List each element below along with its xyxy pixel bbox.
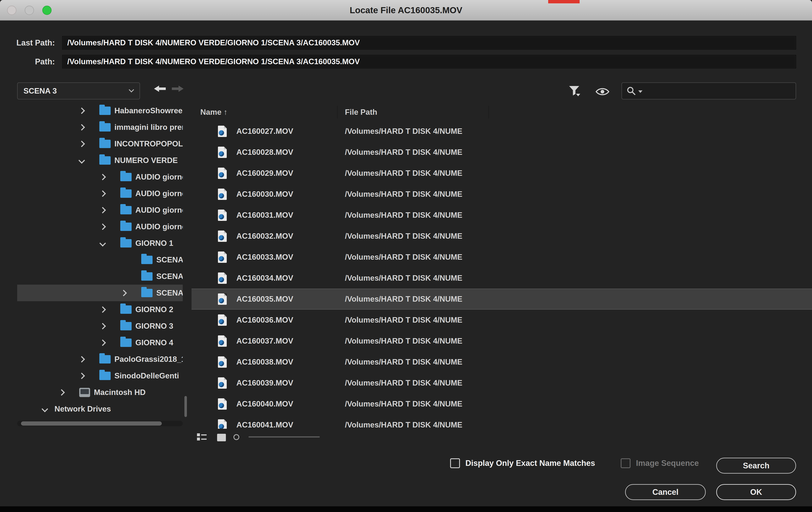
preview-eye-icon[interactable] [596,87,609,97]
file-row[interactable]: AC160038.MOV /Volumes/HARD T DISK 4/NUME [192,352,812,373]
file-row[interactable]: AC160040.MOV /Volumes/HARD T DISK 4/NUME [192,394,812,414]
movie-file-icon [218,377,227,389]
tree-horizontal-scrollbar-thumb[interactable] [21,422,162,426]
chevron-right-icon[interactable] [99,174,106,180]
chevron-right-icon[interactable] [99,306,106,313]
file-name: AC160034.MOV [236,274,345,282]
ok-button[interactable]: OK [716,484,796,500]
tree-item-scena-2[interactable]: SCENA 2 [17,268,183,285]
back-button[interactable] [154,86,166,92]
file-row-selected[interactable]: AC160035.MOV /Volumes/HARD T DISK 4/NUME [192,289,812,309]
tree-item-scena-3[interactable]: SCENA 3 [17,285,183,301]
path-label: Path: [0,55,55,69]
tree-item-giorno-2[interactable]: GIORNO 2 [17,301,183,318]
chevron-right-icon[interactable] [99,340,106,346]
folder-dropdown[interactable]: SCENA 3 [17,82,140,100]
tree-item-giorno-1[interactable]: GIORNO 1 [17,235,183,251]
tree-item-label: AUDIO giorno [135,206,183,215]
file-row[interactable]: AC160030.MOV /Volumes/HARD T DISK 4/NUME [192,184,812,205]
cancel-button[interactable]: Cancel [625,484,706,500]
movie-file-icon [218,126,227,137]
path-field[interactable]: /Volumes/HARD T DISK 4/NUMERO VERDE/GIOR… [62,55,796,69]
zoom-slider-knob[interactable] [233,434,239,440]
exact-match-checkbox-row[interactable]: Display Only Exact Name Matches [450,457,595,469]
folder-icon [141,256,152,264]
tree-item-giorno-3[interactable]: GIORNO 3 [17,318,183,334]
thumbnail-view-button[interactable] [217,433,226,442]
chevron-right-icon[interactable] [99,190,106,197]
chevron-right-icon[interactable] [78,107,85,114]
tree-item-incontropopoli[interactable]: INCONTROPOPOLI [17,135,183,152]
chevron-right-icon[interactable] [58,389,65,396]
search-input[interactable] [621,82,796,100]
tree-item-sinododellegenti[interactable]: SinodoDelleGenti [17,368,183,384]
file-path: /Volumes/HARD T DISK 4/NUME [345,190,462,199]
list-view-button[interactable] [197,432,207,442]
chevron-right-icon[interactable] [78,140,85,147]
file-row[interactable]: AC160037.MOV /Volumes/HARD T DISK 4/NUME [192,330,812,352]
tree-item-audio-giorno-1[interactable]: AUDIO giorno [17,169,183,185]
tree-item-audio-giorno-2[interactable]: AUDIO giorno [17,185,183,202]
file-row[interactable]: AC160039.MOV /Volumes/HARD T DISK 4/NUME [192,373,812,394]
chevron-right-icon[interactable] [78,373,85,379]
file-name: AC160030.MOV [236,190,345,199]
folder-icon [141,272,152,281]
file-row[interactable]: AC160031.MOV /Volumes/HARD T DISK 4/NUME [192,205,812,226]
file-row[interactable]: AC160034.MOV /Volumes/HARD T DISK 4/NUME [192,268,812,289]
image-sequence-checkbox[interactable] [621,458,631,468]
forward-button[interactable] [171,86,183,92]
chevron-right-icon[interactable] [99,207,106,213]
path-row: Path: /Volumes/HARD T DISK 4/NUMERO VERD… [0,55,812,69]
folder-icon [120,206,132,214]
column-divider[interactable] [337,106,338,119]
tree-item-audio-giorno-3[interactable]: AUDIO giorno [17,202,183,218]
movie-file-icon [218,293,227,305]
chevron-right-icon[interactable] [78,356,85,362]
movie-file-icon [218,398,227,410]
hard-drive-icon [79,388,90,397]
filter-icon[interactable] [568,85,580,98]
zoom-slider-track[interactable] [249,436,320,437]
tree-item-immagini-libro[interactable]: immagini libro prem [17,119,183,135]
folder-icon [120,305,132,314]
tree-item-network-drives[interactable]: Network Drives [17,401,183,417]
search-button[interactable]: Search [716,458,796,474]
tree-horizontal-scrollbar[interactable] [17,421,183,426]
exact-match-checkbox[interactable] [450,458,460,468]
tree-item-habaneroshowreel[interactable]: HabaneroShowreel [17,102,183,119]
tree-vertical-scrollbar-thumb[interactable] [184,396,187,417]
locate-file-dialog: Locate File AC160035.MOV Last Path: /Vol… [0,0,812,512]
last-path-field[interactable]: /Volumes/HARD T DISK 4/NUMERO VERDE/GIOR… [62,36,796,50]
file-row[interactable]: AC160033.MOV /Volumes/HARD T DISK 4/NUME [192,247,812,268]
tree-item-label: SCENA 3 [156,289,183,297]
forward-arrow-icon [178,86,183,92]
chevron-down-icon[interactable] [99,240,106,246]
file-row[interactable]: AC160028.MOV /Volumes/HARD T DISK 4/NUME [192,142,812,163]
tree-item-numero-verde[interactable]: NUMERO VERDE [17,152,183,169]
file-path-column-header[interactable]: File Path [345,108,377,117]
tree-item-label: AUDIO giorno [135,189,183,198]
tree-item-label: AUDIO giorno [135,172,183,182]
titlebar[interactable]: Locate File AC160035.MOV [0,0,812,21]
tree-item-paolograssi[interactable]: PaoloGrassi2018_1 [17,351,183,368]
chevron-down-icon [129,87,134,92]
chevron-right-icon[interactable] [99,223,106,230]
file-row[interactable]: AC160029.MOV /Volumes/HARD T DISK 4/NUME [192,163,812,184]
search-scope-chevron-icon[interactable] [638,90,642,93]
tree-item-macintosh-hd[interactable]: Macintosh HD [17,384,183,401]
file-row[interactable]: AC160027.MOV /Volumes/HARD T DISK 4/NUME [192,121,812,142]
chevron-down-icon[interactable] [41,406,48,412]
tree-item-giorno-4[interactable]: GIORNO 4 [17,334,183,351]
tree-item-scena-1[interactable]: SCENA 1 [17,251,183,268]
file-row[interactable]: AC160036.MOV /Volumes/HARD T DISK 4/NUME [192,309,812,330]
chevron-right-icon[interactable] [78,124,85,131]
column-divider[interactable] [489,106,489,119]
file-row[interactable]: AC160041.MOV /Volumes/HARD T DISK 4/NUME [192,414,812,429]
name-column-header[interactable]: Name ↑ [200,108,345,117]
chevron-right-icon[interactable] [99,323,106,329]
chevron-down-icon[interactable] [78,157,85,164]
tree-item-audio-giorno-4[interactable]: AUDIO giorno [17,218,183,235]
folder-icon [141,289,152,297]
chevron-right-icon[interactable] [120,290,127,296]
file-row[interactable]: AC160032.MOV /Volumes/HARD T DISK 4/NUME [192,226,812,247]
